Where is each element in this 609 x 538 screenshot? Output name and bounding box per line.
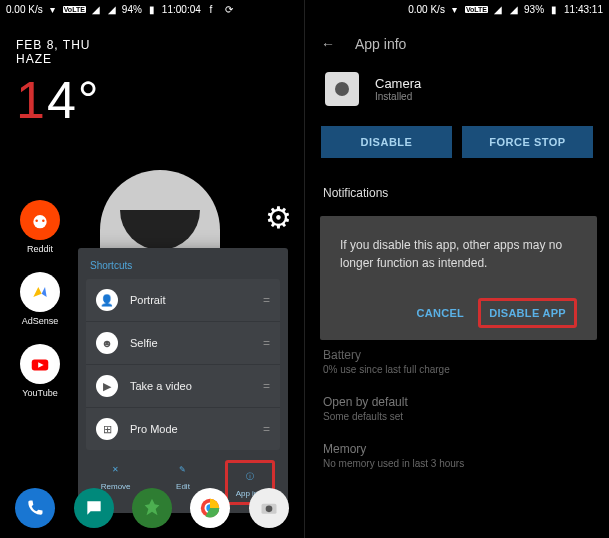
disable-button[interactable]: DISABLE (321, 126, 452, 158)
app-label: YouTube (22, 388, 57, 398)
camera-app-icon[interactable] (249, 488, 289, 528)
pencil-icon: ✎ (174, 460, 192, 478)
home-apps: Reddit AdSense YouTube (10, 200, 70, 398)
date-line2: HAZE (16, 52, 288, 66)
shortcut-promode[interactable]: ⊞ Pro Mode = (86, 407, 280, 450)
section-memory[interactable]: MemoryNo memory used in last 3 hours (305, 432, 609, 479)
temp-digit-1: 1 (16, 71, 47, 129)
battery-icon: ▮ (146, 3, 158, 15)
wifi-icon: ▾ (449, 3, 461, 15)
drag-handle-icon[interactable]: = (263, 422, 270, 436)
drag-handle-icon[interactable]: = (263, 336, 270, 350)
app-youtube[interactable]: YouTube (20, 344, 60, 398)
person-icon: 👤 (96, 289, 118, 311)
back-arrow-icon[interactable]: ← (321, 36, 335, 52)
phone-app-icon[interactable] (15, 488, 55, 528)
temperature-widget[interactable]: 14° (0, 70, 304, 140)
cancel-button[interactable]: CANCEL (409, 301, 473, 325)
volte-badge: VoLTE (465, 6, 488, 13)
app-status: Installed (375, 91, 421, 102)
svg-point-8 (265, 506, 272, 513)
grid-icon: ⊞ (96, 418, 118, 440)
camera-icon (325, 72, 359, 106)
phone-left: 0.00 K/s ▾ VoLTE ◢ ◢ 94% ▮ 11:00:04 f ⟳ … (0, 0, 304, 538)
app-reddit[interactable]: Reddit (20, 200, 60, 254)
app-label: Reddit (27, 244, 53, 254)
video-icon: ▶ (96, 375, 118, 397)
wifi-icon: ▾ (47, 3, 59, 15)
shortcut-label: Take a video (130, 380, 192, 392)
shortcut-list: 👤 Portrait = ☻ Selfie = ▶ Take a video =… (86, 279, 280, 450)
signal-icon-2: ◢ (508, 3, 520, 15)
network-speed: 0.00 K/s (6, 4, 43, 15)
force-stop-button[interactable]: FORCE STOP (462, 126, 593, 158)
network-speed: 0.00 K/s (408, 4, 445, 15)
face-icon: ☻ (96, 332, 118, 354)
volte-badge: VoLTE (63, 6, 86, 13)
shortcut-portrait[interactable]: 👤 Portrait = (86, 279, 280, 321)
adsense-icon (20, 272, 60, 312)
status-bar: 0.00 K/s ▾ VoLTE ◢ ◢ 93% ▮ 11:43:11 (305, 0, 609, 18)
facebook-icon: f (205, 3, 217, 15)
shortcut-label: Selfie (130, 337, 158, 349)
close-icon: ✕ (107, 460, 125, 478)
svg-point-2 (42, 220, 45, 223)
section-open-by-default[interactable]: Open by defaultSome defaults set (305, 385, 609, 432)
signal-icon: ◢ (492, 3, 504, 15)
reddit-icon (20, 200, 60, 240)
refresh-icon: ⟳ (223, 3, 235, 15)
dialog-actions: CANCEL DISABLE APP (340, 298, 577, 328)
svg-point-0 (33, 215, 46, 228)
shortcut-label: Pro Mode (130, 423, 178, 435)
temp-degree: ° (78, 71, 101, 129)
drag-handle-icon[interactable]: = (263, 293, 270, 307)
drag-handle-icon[interactable]: = (263, 379, 270, 393)
action-buttons: DISABLE FORCE STOP (305, 126, 609, 176)
app-header: Camera Installed (305, 56, 609, 126)
app-label: AdSense (22, 316, 59, 326)
app-name: Camera (375, 76, 421, 91)
shortcuts-header: Shortcuts (78, 256, 288, 279)
youtube-icon (20, 344, 60, 384)
date-widget[interactable]: FEB 8, THU HAZE (0, 18, 304, 70)
clock: 11:00:04 (162, 4, 201, 15)
section-battery[interactable]: Battery0% use since last full charge (305, 338, 609, 385)
section-notifications[interactable]: Notifications (305, 176, 609, 210)
signal-icon: ◢ (90, 3, 102, 15)
battery-percent: 94% (122, 4, 142, 15)
temp-digit-2: 4 (47, 71, 78, 129)
dock (0, 482, 304, 534)
disable-app-button[interactable]: DISABLE APP (478, 298, 577, 328)
chrome-app-icon[interactable] (190, 488, 230, 528)
battery-icon: ▮ (548, 3, 560, 15)
page-title: App info (355, 36, 406, 52)
shortcut-label: Portrait (130, 294, 165, 306)
phone-right: 0.00 K/s ▾ VoLTE ◢ ◢ 93% ▮ 11:43:11 ← Ap… (304, 0, 609, 538)
confirm-dialog: If you disable this app, other apps may … (320, 216, 597, 340)
shortcuts-popup: Shortcuts 👤 Portrait = ☻ Selfie = ▶ Take… (78, 248, 288, 513)
date-line1: FEB 8, THU (16, 38, 288, 52)
shortcut-selfie[interactable]: ☻ Selfie = (86, 321, 280, 364)
leaf-app-icon[interactable] (132, 488, 172, 528)
signal-icon-2: ◢ (106, 3, 118, 15)
settings-icon[interactable]: ⚙ (265, 200, 292, 235)
status-bar: 0.00 K/s ▾ VoLTE ◢ ◢ 94% ▮ 11:00:04 f ⟳ (0, 0, 304, 18)
header-bar: ← App info (305, 18, 609, 56)
messages-app-icon[interactable] (74, 488, 114, 528)
battery-percent: 93% (524, 4, 544, 15)
shortcut-video[interactable]: ▶ Take a video = (86, 364, 280, 407)
svg-point-1 (35, 220, 38, 223)
clock: 11:43:11 (564, 4, 603, 15)
dialog-message: If you disable this app, other apps may … (340, 236, 577, 272)
app-adsense[interactable]: AdSense (20, 272, 60, 326)
